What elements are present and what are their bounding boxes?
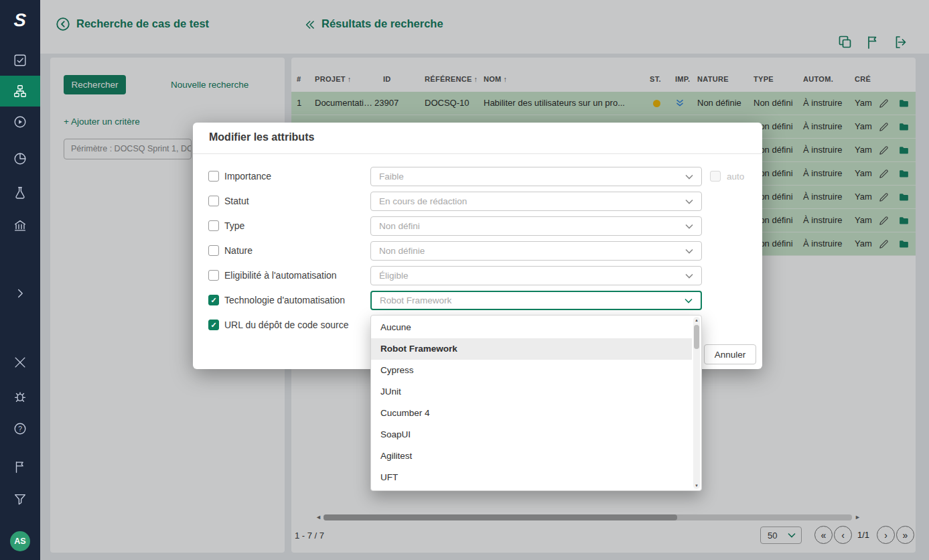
select-value: Robot Framework <box>380 295 685 305</box>
flag-icon <box>13 460 27 474</box>
field-row-importance: Importance Faible auto <box>193 164 762 189</box>
select-value: Non définie <box>379 246 685 256</box>
chevron-down-icon <box>685 199 693 204</box>
technologie-checkbox[interactable] <box>208 295 219 305</box>
sidebar-item-requirements[interactable] <box>0 210 40 241</box>
bug-icon <box>13 389 27 404</box>
chevron-down-icon <box>685 174 693 180</box>
sidebar-item-tools[interactable] <box>0 347 40 378</box>
sidebar-item-executions[interactable] <box>0 107 40 137</box>
dropdown-option[interactable]: JUnit <box>371 381 692 403</box>
modal-title: Modifier les attributs <box>209 131 314 143</box>
filter-icon <box>13 492 27 506</box>
tools-icon <box>13 355 27 370</box>
dropdown-option[interactable]: Cypress <box>371 360 692 381</box>
select-value: Éligible <box>379 271 685 281</box>
scroll-up-icon[interactable]: ▲ <box>693 318 700 322</box>
flask-icon <box>13 186 27 200</box>
dropdown-option[interactable]: Aucune <box>371 317 692 338</box>
field-row-technologie: Technologie d'automatisation Robot Frame… <box>193 288 762 313</box>
field-label: Technologie d'automatisation <box>224 288 345 313</box>
chevron-down-icon <box>685 298 693 303</box>
dropdown-option[interactable]: UFT <box>371 467 692 488</box>
select-value: En cours de rédaction <box>379 196 685 206</box>
importance-select[interactable]: Faible <box>370 167 702 186</box>
select-value: Faible <box>379 171 685 182</box>
field-label: Type <box>224 214 244 238</box>
technologie-dropdown: Aucune Robot Framework Cypress JUnit Cuc… <box>370 315 702 491</box>
sidebar-item-bugs[interactable] <box>0 381 40 412</box>
hierarchy-icon <box>13 84 27 98</box>
field-row-nature: Nature Non définie <box>193 238 762 263</box>
eligibilite-checkbox[interactable] <box>208 270 219 281</box>
help-circle-icon: ? <box>13 421 27 436</box>
importance-checkbox[interactable] <box>208 171 219 182</box>
cancel-button[interactable]: Annuler <box>704 344 756 364</box>
eligibilite-select[interactable]: Éligible <box>370 266 702 285</box>
svg-text:?: ? <box>18 425 22 433</box>
v-scrollbar[interactable]: ▲ ▼ <box>693 317 700 489</box>
check-square-icon <box>13 53 27 68</box>
v-scrollbar-thumb[interactable] <box>694 325 699 349</box>
field-label: URL du dépôt de code source <box>224 313 349 338</box>
technologie-select[interactable]: Robot Framework <box>370 291 702 310</box>
statut-select[interactable]: En cours de rédaction <box>370 192 702 211</box>
type-select[interactable]: Non défini <box>370 216 702 236</box>
type-checkbox[interactable] <box>208 220 219 231</box>
chevron-down-icon <box>685 249 693 254</box>
dropdown-option[interactable]: Cucumber 4 <box>371 403 692 424</box>
sidebar-item-reports[interactable] <box>0 143 40 174</box>
pie-chart-icon <box>13 151 27 166</box>
field-label: Nature <box>224 238 253 263</box>
select-value: Non défini <box>379 221 685 231</box>
play-circle-icon <box>13 115 27 129</box>
field-row-statut: Statut En cours de rédaction <box>193 189 762 214</box>
field-label: Statut <box>224 189 249 214</box>
squash-logo[interactable]: S <box>0 5 42 35</box>
chevron-down-icon <box>685 224 693 229</box>
auto-label: auto <box>727 164 744 189</box>
chevron-right-icon <box>13 286 27 301</box>
bank-icon <box>13 218 27 233</box>
nature-select[interactable]: Non définie <box>370 241 702 261</box>
field-label: Eligibilité à l'automatisation <box>224 263 337 288</box>
auto-checkbox[interactable] <box>710 171 721 182</box>
url-checkbox[interactable] <box>208 320 219 330</box>
sidebar-item-test-cases[interactable] <box>0 45 40 76</box>
field-label: Importance <box>224 164 271 189</box>
modal-divider <box>193 153 762 154</box>
sidebar-item-hierarchy[interactable] <box>0 76 40 107</box>
sidebar: S ? AS <box>0 0 40 560</box>
sidebar-item-flag[interactable] <box>0 451 40 482</box>
field-row-eligibilite: Eligibilité à l'automatisation Éligible <box>193 263 762 288</box>
sidebar-item-help[interactable]: ? <box>0 413 40 444</box>
dropdown-option[interactable]: SoapUI <box>371 424 692 445</box>
statut-checkbox[interactable] <box>208 196 219 206</box>
chevron-down-icon <box>685 273 693 279</box>
sidebar-item-filter[interactable] <box>0 484 40 514</box>
sidebar-item-lab[interactable] <box>0 178 40 208</box>
nature-checkbox[interactable] <box>208 245 219 256</box>
dropdown-option[interactable]: Agilitest <box>371 445 692 467</box>
user-avatar[interactable]: AS <box>10 531 30 551</box>
dropdown-option-selected[interactable]: Robot Framework <box>371 338 692 360</box>
sidebar-expand[interactable] <box>0 278 40 309</box>
scroll-down-icon[interactable]: ▼ <box>693 484 700 488</box>
field-row-type: Type Non défini <box>193 214 762 238</box>
